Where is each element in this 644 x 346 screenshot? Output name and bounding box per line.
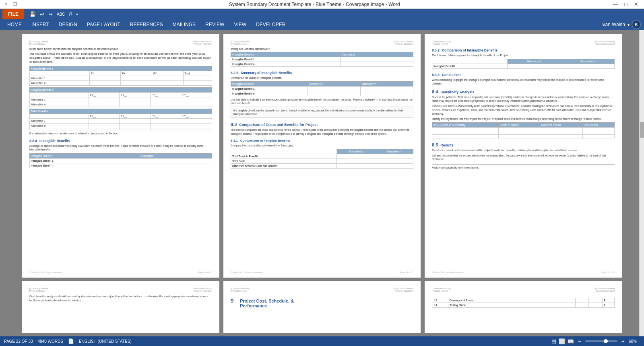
status-bar: PAGE 22 OF 33 4840 WORDS 📄 ENGLISH (UNIT… (0, 336, 644, 346)
p1-body: The first table shows the expected retur… (29, 52, 212, 64)
file-tab[interactable]: FILE (2, 9, 24, 19)
section-831-heading: 8.3.1 Comparison of Tangible Benefits (231, 139, 413, 142)
section-9-title2: Performance (240, 303, 294, 308)
section-831-body: Compare the costs and tangible benefits … (231, 144, 413, 147)
page-row-2: [Company Name] [Project Name] [Document … (6, 281, 638, 333)
help-icon[interactable]: ? (3, 2, 9, 7)
summary-intangible-table: Intangible Benefits Alternative 1 Altern… (231, 81, 413, 96)
tab-page-layout[interactable]: PAGE LAYOUT (82, 19, 125, 30)
total-benefits-table: Total Benefits FY__ FY__ FY__ FY__ Alter… (29, 109, 212, 130)
page-header-3: [Company Name] [Project Name] [Document … (432, 40, 615, 45)
tab-insert[interactable]: INSERT (27, 19, 54, 30)
user-name: Ivan Walsh (601, 22, 625, 27)
maximize-btn[interactable]: □ (622, 1, 630, 7)
page-header-1: [Company Name] [Project Name] [Document … (29, 40, 212, 45)
p2-note2: If a tangible benefit can be valued in u… (233, 109, 411, 116)
tab-view[interactable]: VIEW (229, 19, 251, 30)
page-header-2: [Company Name] [Project Name] [Document … (231, 40, 413, 45)
document-page-3: [Company Name] [Project Name] [Document … (425, 34, 622, 278)
section-85-body2: List and describe what the system will p… (432, 154, 615, 161)
zoom-plus[interactable]: + (621, 338, 625, 344)
p2-intangible-alt: Intangible Benefits Alternative n (231, 47, 413, 50)
web-layout-icon[interactable]: ⬜ (559, 338, 565, 344)
scrollbar-thumb[interactable] (640, 122, 644, 138)
document-page-1: [Company Name] [Project Name] [Document … (22, 34, 219, 278)
user-avatar: K (632, 20, 641, 29)
zoom-minus[interactable]: − (577, 338, 582, 344)
intangible-alt-table: Intangible Benefits Description Intangib… (231, 52, 413, 67)
page-footer-1: © Klariti 2018. All rights reserved. Pag… (29, 269, 212, 274)
page-footer-2: © Klariti 2018. All rights reserved. Pag… (231, 269, 413, 274)
section-84-heading: 8.4 Sensitivity Analysis (432, 89, 615, 94)
section-832-heading: 8.3.2 Comparison of Intangible Benefits (432, 48, 615, 52)
intangible-comparison-table: Alternative 1 Alternative n Intangible B… (432, 59, 615, 69)
tab-mailings[interactable]: MAILINGS (168, 19, 200, 30)
p4-intro: Cost benefits analysis should be used by… (29, 295, 212, 303)
view-icons: ▤ ⬜ 📖 (551, 338, 574, 344)
vertical-scrollbar[interactable] (639, 30, 644, 336)
minimize-btn[interactable]: — (610, 1, 620, 7)
p2-note: Use this table to indicate if an alterna… (231, 98, 413, 105)
page-header-6: [Company Name] [Project Name] [Document … (432, 287, 615, 292)
tab-design[interactable]: DESIGN (54, 19, 82, 30)
section-825-heading: 8.2.5 Summary of Intangible Benefits (231, 71, 413, 75)
key-sources-table: Key Sources of Uncertainty Extent of Imp… (432, 122, 615, 138)
tab-developer[interactable]: DEVELOPER (251, 19, 290, 30)
intangible-benefits-table-1: Intangible Benefits Description Intangib… (29, 153, 212, 168)
section-84-body1: Discuss the potential effect on inputs (… (432, 95, 615, 103)
section-9-title1: Project Cost, Schedule, & (240, 299, 294, 303)
p1-intro: In the table below, summarize the tangib… (29, 47, 212, 50)
close-btn[interactable]: ✕ (632, 1, 641, 7)
tab-review[interactable]: REVIEW (200, 19, 229, 30)
section-9-heading: 9 Project Cost, Schedule, & Performance (231, 298, 413, 308)
language: ENGLISH (UNITED STATES) (79, 339, 132, 344)
document-page-6: [Company Name] [Project Name] [Document … (425, 281, 622, 333)
p2-note2-box: If a tangible benefit can be valued in u… (231, 107, 413, 118)
page-footer-3: © Klariti 2018. All rights reserved. Pag… (432, 269, 615, 274)
section-85-heading: 8.5 Results (432, 142, 615, 147)
save-btn[interactable]: 💾 (28, 11, 37, 17)
cost-phase-table: 1.3 Development Phase $ 1.4 Testing Phas… (432, 298, 615, 308)
section-83-heading: 8.3 Comparison of Costs and Benefits for… (231, 122, 413, 127)
title-bar: ? ❐ System Boundary Document Template - … (0, 0, 644, 9)
section-824-heading: 8.2.4 Intangible Benefits (29, 139, 212, 143)
p1-note: If an alternative does not provide one o… (29, 132, 212, 135)
section-84-body3: Identify the key factors that may impact… (432, 117, 615, 121)
tab-references[interactable]: REFERENCES (125, 19, 168, 30)
document-title: System Boundary Document Template - Blue… (229, 2, 400, 7)
redo-btn[interactable]: ↪ (47, 11, 54, 17)
spelling-btn[interactable]: ABC (56, 12, 66, 16)
word-count: 4840 WORDS (38, 339, 63, 344)
section-85-note: Avoid making specific recommendations. (432, 166, 615, 169)
header-project: [Project Name] (29, 43, 48, 45)
section-85-body1: Results are based on the assessment of t… (432, 148, 615, 152)
page-count: PAGE 22 OF 33 (4, 339, 33, 344)
proofread-icon[interactable]: 📄 (68, 338, 74, 344)
restore-icon[interactable]: ❐ (11, 2, 19, 7)
user-dropdown-icon[interactable]: ▾ (627, 23, 630, 27)
zoom-thumb (604, 339, 608, 343)
section-825-body: Summarize the values of intangible benef… (231, 76, 413, 80)
tangible-benefit-1-table: Tangible Benefit 1 FY__ FY__ FY__ Total … (29, 66, 212, 86)
zoom-level: 60% (629, 339, 640, 344)
section-833-heading: 8.3.3 Conclusion (432, 73, 615, 77)
print-layout-icon[interactable]: ▤ (551, 338, 556, 344)
page-header-4: [Company Name] [Project Name] [Document … (29, 287, 212, 292)
ribbon: HOME INSERT DESIGN PAGE LAYOUT REFERENCE… (0, 19, 644, 30)
read-mode-icon[interactable]: 📖 (568, 338, 574, 344)
section-84-body2: Examine key sources of uncertainty in th… (432, 104, 615, 115)
section-833-body: When concluding, highlight that changes … (432, 78, 615, 85)
format-btn[interactable]: ⎙ (68, 11, 73, 17)
quick-access-toolbar: FILE 💾 ↩ ↪ ABC ⎙ ▾ (0, 9, 644, 19)
tangible-comparison-table: Alternative 1 Alternative n Total Tangib… (231, 149, 413, 169)
header-version: [Version Number] (193, 43, 212, 45)
document-page-2: [Company Name] [Project Name] [Document … (223, 34, 421, 278)
document-page-5: [Company Name] [Project Name] [Document … (223, 281, 421, 333)
page-row-1: [Company Name] [Project Name] [Document … (6, 34, 638, 278)
undo-btn[interactable]: ↩ (39, 11, 45, 17)
tab-home[interactable]: HOME (2, 19, 27, 30)
zoom-slider[interactable] (585, 340, 617, 342)
more-btn[interactable]: ▾ (75, 12, 79, 16)
document-canvas: [Company Name] [Project Name] [Document … (0, 30, 644, 336)
tangible-benefit-n-table: Tangible Benefit n FY__ FY__ FY__ FY__ A… (29, 87, 212, 107)
